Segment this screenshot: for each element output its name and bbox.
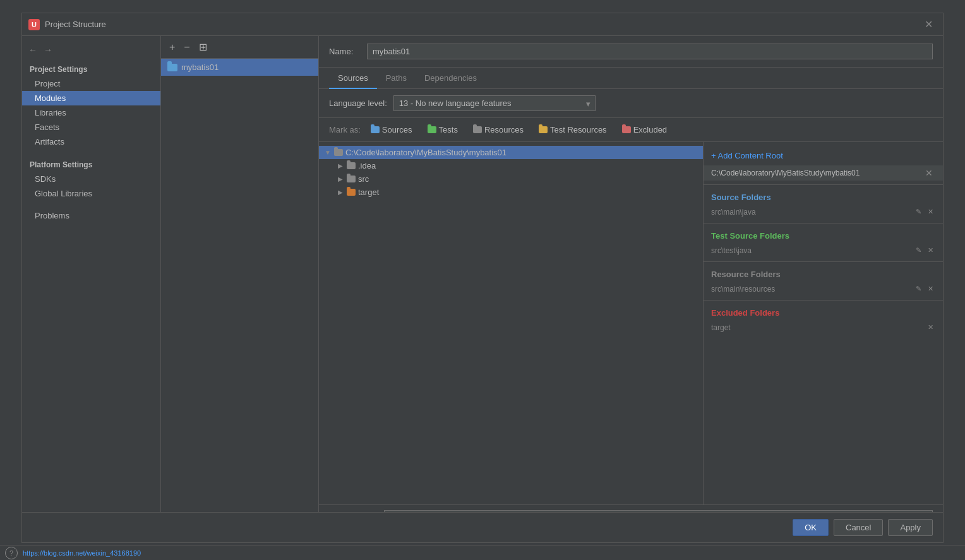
source-folders-section: Source Folders src\main\java ✎ ✕ — [704, 188, 943, 220]
sidebar-item-sdks[interactable]: SDKs — [22, 172, 160, 186]
mark-excluded-button[interactable]: Excluded — [617, 123, 672, 136]
tab-sources[interactable]: Sources — [329, 68, 377, 89]
sidebar-item-modules[interactable]: Modules — [22, 91, 160, 105]
source-path-text: src\main\java — [711, 208, 756, 217]
mark-test-resources-button[interactable]: Test Resources — [534, 123, 612, 136]
status-bar: ? https://blog.csdn.net/weixin_43168190 — [0, 545, 965, 560]
file-tree-area: C:\Code\laboratory\MyBatisStudy\mybatis0… — [319, 142, 943, 504]
sidebar-item-label: SDKs — [35, 174, 56, 184]
resource-path-text: src\main\resources — [711, 285, 775, 294]
tree-arrow-target — [337, 189, 344, 196]
module-item[interactable]: mybatis01 — [161, 59, 318, 76]
tree-node-root-label: C:\Code\laboratory\MyBatisStudy\mybatis0… — [345, 148, 506, 157]
title-bar: U Project Structure ✕ — [22, 13, 943, 36]
sidebar-item-label: Modules — [35, 93, 66, 103]
language-level-row: Language level: 13 - No new language fea… — [319, 89, 943, 118]
sidebar-item-label: Global Libraries — [35, 189, 92, 198]
forward-button[interactable]: → — [42, 44, 54, 56]
resource-folders-header: Resource Folders — [711, 270, 935, 279]
project-settings-header: Project Settings — [22, 61, 160, 76]
copy-module-button[interactable]: ⊞ — [196, 39, 210, 55]
source-folders-header: Source Folders — [711, 193, 935, 202]
mark-sources-button[interactable]: Sources — [366, 123, 417, 136]
resource-folders-section: Resource Folders src\main\resources ✎ ✕ — [704, 265, 943, 297]
language-level-select-wrapper: 13 - No new language features 11 - Local… — [393, 95, 596, 111]
tree-arrow-idea — [337, 162, 344, 170]
apply-button[interactable]: Apply — [888, 519, 933, 536]
source-path-edit-button[interactable]: ✎ — [914, 207, 923, 217]
tree-node-idea[interactable]: .idea — [319, 159, 703, 172]
cancel-button[interactable]: Cancel — [834, 519, 883, 536]
module-list: mybatis01 — [161, 59, 318, 542]
sidebar-item-label: Artifacts — [35, 137, 64, 146]
resource-path-edit-button[interactable]: ✎ — [914, 284, 923, 294]
name-label: Name: — [329, 47, 361, 56]
sidebar-item-project[interactable]: Project — [22, 76, 160, 91]
sidebar: ← → Project Settings Project Modules Lib… — [22, 36, 161, 542]
test-source-path-item: src\test\java ✎ ✕ — [711, 244, 935, 256]
resources-folder-icon — [473, 126, 482, 133]
remove-module-button[interactable]: − — [181, 40, 193, 55]
excluded-folders-section: Excluded Folders target ✕ — [704, 303, 943, 336]
sidebar-item-libraries[interactable]: Libraries — [22, 105, 160, 120]
content-root-text: C:\Code\laboratory\MyBatisStudy\mybatis0… — [711, 169, 860, 177]
source-path-item: src\main\java ✎ ✕ — [711, 206, 935, 218]
module-area: + − ⊞ mybatis01 — [161, 36, 319, 542]
test-resources-folder-icon — [539, 126, 548, 133]
sidebar-item-facets[interactable]: Facets — [22, 120, 160, 134]
main-content: Name: Sources Paths Dependencies Languag… — [319, 36, 943, 542]
platform-settings-header: Platform Settings — [22, 157, 160, 172]
mark-tests-button[interactable]: Tests — [423, 123, 463, 136]
tree-node-src-label: src — [358, 174, 369, 184]
name-input[interactable] — [367, 44, 933, 59]
test-source-path-remove-button[interactable]: ✕ — [926, 246, 935, 255]
tree-node-target-label: target — [358, 188, 379, 197]
test-source-path-edit-button[interactable]: ✎ — [914, 246, 923, 255]
source-path-remove-button[interactable]: ✕ — [926, 207, 935, 217]
test-source-path-actions: ✎ ✕ — [914, 246, 935, 255]
language-level-select[interactable]: 13 - No new language features 11 - Local… — [393, 95, 596, 111]
sidebar-item-label: Libraries — [35, 108, 66, 117]
tree-node-target[interactable]: target — [319, 186, 703, 199]
excluded-path-remove-button[interactable]: ✕ — [926, 323, 935, 332]
test-source-path-text: src\test\java — [711, 246, 752, 255]
excluded-path-text: target — [711, 323, 731, 332]
dialog-footer: OK Cancel Apply — [22, 512, 943, 542]
status-link[interactable]: https://blog.csdn.net/weixin_43168190 — [23, 549, 141, 557]
help-button[interactable]: ? — [5, 547, 18, 559]
close-button[interactable]: ✕ — [921, 17, 937, 32]
tree-node-idea-label: .idea — [358, 161, 376, 170]
back-button[interactable]: ← — [27, 44, 39, 56]
module-folder-icon — [167, 64, 177, 71]
module-name: mybatis01 — [181, 63, 219, 72]
language-level-label: Language level: — [329, 98, 387, 108]
sidebar-item-global-libraries[interactable]: Global Libraries — [22, 186, 160, 201]
sidebar-item-problems[interactable]: Problems — [22, 208, 160, 223]
project-structure-dialog: U Project Structure ✕ ← → Project Settin… — [21, 13, 944, 543]
add-content-root-button[interactable]: + Add Content Root — [704, 147, 943, 164]
add-content-root-label: + Add Content Root — [711, 151, 783, 160]
test-source-folders-section: Test Source Folders src\test\java ✎ ✕ — [704, 226, 943, 259]
mark-as-row: Mark as: Sources Tests Resources Test Re… — [319, 118, 943, 142]
tab-dependencies[interactable]: Dependencies — [416, 68, 486, 89]
sources-folder-icon — [371, 126, 380, 133]
mark-resources-button[interactable]: Resources — [468, 123, 529, 136]
sidebar-item-artifacts[interactable]: Artifacts — [22, 134, 160, 149]
nav-arrows: ← → — [22, 41, 160, 61]
excluded-path-actions: ✕ — [926, 323, 935, 332]
name-row: Name: — [319, 36, 943, 68]
src-folder-icon — [347, 176, 356, 182]
ok-button[interactable]: OK — [793, 519, 829, 536]
app-icon: U — [28, 19, 40, 30]
file-tree: C:\Code\laboratory\MyBatisStudy\mybatis0… — [319, 142, 703, 504]
tree-node-src[interactable]: src — [319, 172, 703, 186]
tree-node-root[interactable]: C:\Code\laboratory\MyBatisStudy\mybatis0… — [319, 146, 703, 159]
resource-path-remove-button[interactable]: ✕ — [926, 284, 935, 294]
add-module-button[interactable]: + — [166, 40, 178, 55]
tree-arrow-root — [324, 149, 332, 157]
sidebar-item-label: Problems — [35, 211, 69, 220]
tab-paths[interactable]: Paths — [377, 68, 416, 89]
sidebar-item-label: Facets — [35, 122, 59, 132]
resource-path-item: src\main\resources ✎ ✕ — [711, 283, 935, 295]
content-root-close-button[interactable]: ✕ — [923, 168, 935, 178]
